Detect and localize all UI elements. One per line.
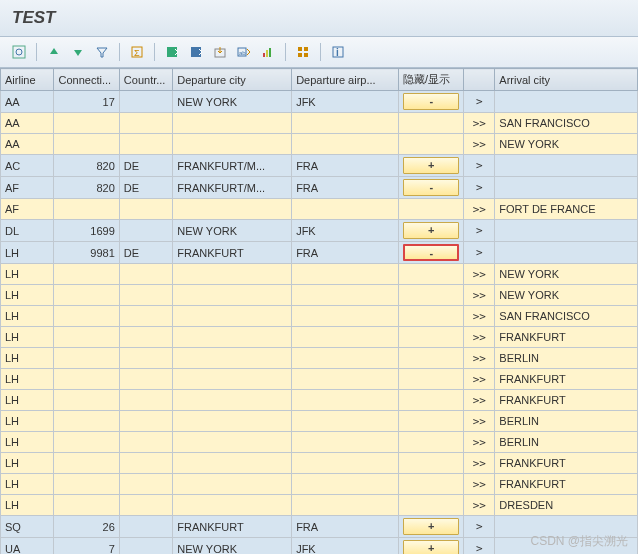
svg-rect-15 [304,53,308,57]
airline-cell: LH [1,390,54,411]
depairp-cell [292,474,399,495]
filter-icon[interactable] [91,41,113,63]
svg-rect-13 [304,47,308,51]
table-row[interactable]: AF>>FORT DE FRANCE [1,199,638,220]
expand-cell: - [399,242,464,264]
separator [36,43,37,61]
depairp-cell: FRA [292,155,399,177]
toolbar: Σ ab i [0,37,638,68]
svg-text:Σ: Σ [134,48,140,58]
country-cell [119,538,172,555]
depairp-cell [292,327,399,348]
column-header[interactable]: Connecti... [54,69,119,91]
table-row[interactable]: LH>>FRANKFURT [1,369,638,390]
depcity-cell [173,495,292,516]
arrival-cell: SAN FRANCISCO [495,113,638,134]
table-row[interactable]: AA17NEW YORKJFK-> [1,91,638,113]
column-header[interactable]: Departure city [173,69,292,91]
table-row[interactable]: AA>>SAN FRANCISCO [1,113,638,134]
collapse-button[interactable]: - [403,179,459,196]
column-header[interactable] [464,69,495,91]
level-indicator: >> [464,495,495,516]
expand-cell [399,348,464,369]
airline-cell: LH [1,348,54,369]
table-row[interactable]: AC820DEFRANKFURT/M...FRA+> [1,155,638,177]
expand-button[interactable]: + [403,518,459,535]
country-cell [119,348,172,369]
depcity-cell [173,264,292,285]
export-excel-icon[interactable] [161,41,183,63]
table-row[interactable]: LH>>BERLIN [1,432,638,453]
country-cell [119,495,172,516]
connection-cell: 9981 [54,242,119,264]
table-row[interactable]: LH>>FRANKFURT [1,474,638,495]
sort-desc-icon[interactable] [67,41,89,63]
table-row[interactable]: LH>>BERLIN [1,411,638,432]
table-row[interactable]: LH>>FRANKFURT [1,327,638,348]
column-header[interactable]: Airline [1,69,54,91]
level-indicator: >> [464,264,495,285]
column-header[interactable]: Arrival city [495,69,638,91]
depcity-cell [173,453,292,474]
collapse-button[interactable]: - [403,244,459,261]
watermark: CSDN @指尖溯光 [530,533,628,550]
level-indicator: > [464,516,495,538]
airline-cell: LH [1,327,54,348]
table-row[interactable]: AF820DEFRANKFURT/M...FRA-> [1,177,638,199]
table-row[interactable]: AA>>NEW YORK [1,134,638,155]
airline-cell: AA [1,113,54,134]
arrival-cell [495,177,638,199]
table-row[interactable]: LH9981DEFRANKFURTFRA-> [1,242,638,264]
expand-cell: + [399,220,464,242]
depcity-cell [173,474,292,495]
table-row[interactable]: DL1699NEW YORKJFK+> [1,220,638,242]
country-cell [119,113,172,134]
column-header[interactable]: 隐藏/显示 [399,69,464,91]
depairp-cell [292,285,399,306]
depcity-cell [173,348,292,369]
level-indicator: > [464,177,495,199]
level-indicator: > [464,220,495,242]
depcity-cell [173,327,292,348]
details-icon[interactable] [8,41,30,63]
expand-button[interactable]: + [403,540,459,554]
column-header[interactable]: Countr... [119,69,172,91]
level-indicator: > [464,538,495,555]
total-icon[interactable]: Σ [126,41,148,63]
connection-cell: 820 [54,177,119,199]
connection-cell [54,134,119,155]
grid-icon[interactable] [292,41,314,63]
country-cell: DE [119,242,172,264]
chart-icon[interactable] [257,41,279,63]
collapse-button[interactable]: - [403,93,459,110]
expand-button[interactable]: + [403,222,459,239]
arrival-cell: FRANKFURT [495,453,638,474]
expand-cell [399,390,464,411]
column-header[interactable]: Departure airp... [292,69,399,91]
table-row[interactable]: LH>>FRANKFURT [1,453,638,474]
expand-cell: - [399,91,464,113]
connection-cell [54,306,119,327]
export-local-icon[interactable] [209,41,231,63]
svg-rect-11 [269,48,271,57]
connection-cell [54,327,119,348]
country-cell [119,199,172,220]
info-icon[interactable]: i [327,41,349,63]
sort-asc-icon[interactable] [43,41,65,63]
table-row[interactable]: LH>>SAN FRANCISCO [1,306,638,327]
depcity-cell: FRANKFURT [173,242,292,264]
country-cell [119,474,172,495]
table-row[interactable]: LH>>BERLIN [1,348,638,369]
country-cell [119,411,172,432]
svg-text:ab: ab [239,50,246,56]
table-row[interactable]: LH>>NEW YORK [1,285,638,306]
depairp-cell [292,306,399,327]
export-word-icon[interactable] [185,41,207,63]
table-row[interactable]: LH>>NEW YORK [1,264,638,285]
table-row[interactable]: LH>>DRESDEN [1,495,638,516]
expand-button[interactable]: + [403,157,459,174]
svg-rect-10 [266,50,268,57]
depcity-cell: NEW YORK [173,91,292,113]
export-abc-icon[interactable]: ab [233,41,255,63]
table-row[interactable]: LH>>FRANKFURT [1,390,638,411]
